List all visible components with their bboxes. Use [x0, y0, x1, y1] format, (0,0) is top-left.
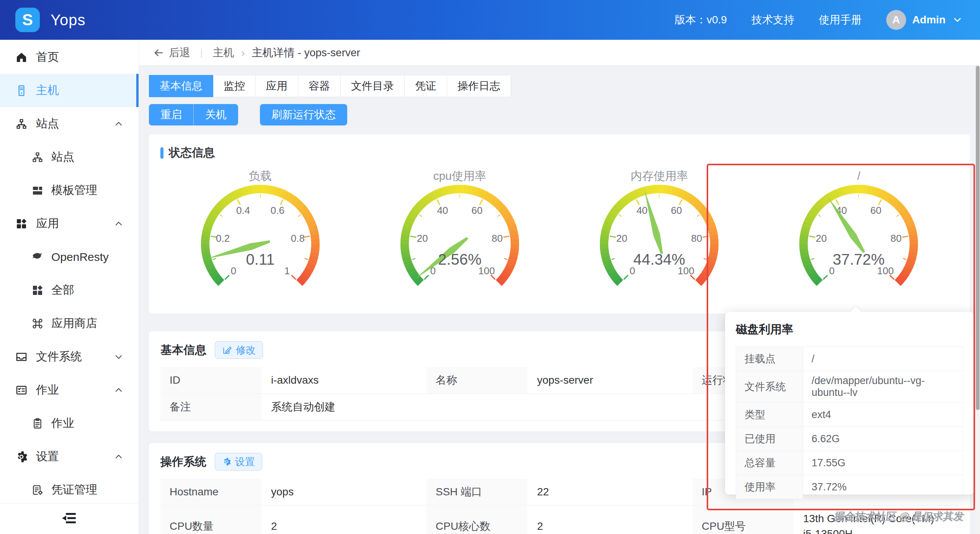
sidebar-item-settings[interactable]: 设置 [0, 440, 139, 473]
disk-popover-value: 37.72% [803, 475, 963, 499]
disk-popover-title: 磁盘利用率 [736, 322, 963, 337]
gauge-0: 负载00.20.40.60.810.11 [160, 168, 360, 288]
svg-text:80: 80 [691, 233, 702, 244]
page-scrollbar[interactable] [975, 66, 980, 534]
desc-value: i-axldvaxs [262, 367, 426, 393]
apps-icon [15, 217, 28, 231]
gauge-3: /02040608010037.72% [759, 168, 959, 288]
chevron-up-icon [113, 218, 124, 229]
gauge-chart-0[interactable]: 00.20.40.60.810.11 [197, 184, 323, 288]
disk-popover-label: 总容量 [736, 451, 803, 475]
tab-container[interactable]: 容器 [298, 75, 341, 97]
svg-text:0.4: 0.4 [236, 205, 250, 216]
gauge-title: 内存使用率 [630, 168, 688, 184]
disk-popover-row: 挂载点/ [736, 347, 963, 371]
svg-text:80: 80 [492, 233, 503, 244]
gauge-chart-1[interactable]: 0204060801002.56% [397, 184, 523, 288]
sidebar-item-templates[interactable]: 模板管理 [0, 174, 139, 207]
tab-credential[interactable]: 凭证 [404, 75, 447, 97]
sidebar-item-sites-group[interactable]: 站点 [0, 107, 139, 140]
support-link[interactable]: 技术支持 [751, 13, 794, 27]
disk-popover-label: 已使用 [736, 427, 803, 451]
sidebar-item-apps-all[interactable]: 全部 [0, 274, 139, 307]
back-button[interactable]: 后退 [153, 46, 190, 60]
svg-text:40: 40 [637, 205, 648, 216]
os-title: 操作系统 [160, 454, 206, 470]
desc-label: Hostname [160, 479, 262, 505]
os-settings-button[interactable]: 设置 [215, 453, 262, 471]
sidebar-item-label: 作业 [51, 415, 74, 431]
tab-basic-info[interactable]: 基本信息 [149, 75, 213, 97]
gauge-title: / [857, 168, 860, 184]
gauge-title: 负载 [249, 168, 272, 184]
sidebar-item-apps-group[interactable]: 应用 [0, 207, 139, 240]
scrollbar-thumb[interactable] [976, 66, 980, 410]
apps-icon [31, 284, 44, 296]
filesystem-icon [15, 350, 28, 364]
os-settings-label: 设置 [235, 455, 255, 469]
desc-label: CPU型号 [693, 506, 794, 534]
status-card: 状态信息 负载00.20.40.60.810.11cpu使用率020406080… [149, 134, 970, 314]
svg-text:0.6: 0.6 [270, 205, 284, 216]
sidebar-item-jobs-group[interactable]: 作业 [0, 373, 139, 407]
sidebar-item-label: 凭证管理 [51, 482, 97, 498]
sidebar-item-label: 设置 [36, 449, 59, 464]
disk-popover-label: 文件系统 [736, 371, 803, 402]
sidebar-item-label: 站点 [51, 149, 74, 165]
chevron-up-icon [113, 385, 124, 396]
yops-logo-icon: S [15, 8, 40, 32]
breadcrumb-item-host[interactable]: 主机 [213, 46, 234, 60]
refresh-status-button[interactable]: 刷新运行状态 [260, 104, 347, 125]
desc-value: 13th Gen Intel(R) Core(TM) i5-13500H [794, 506, 958, 534]
gear-icon [222, 457, 231, 466]
sidebar-item-app-store[interactable]: 应用商店 [0, 307, 139, 340]
sidebar-item-openresty[interactable]: OpenResty [0, 240, 139, 274]
sidebar-item-label: 应用商店 [51, 316, 97, 331]
desc-value: 22 [528, 479, 693, 505]
svg-text:0.2: 0.2 [216, 233, 230, 244]
top-header: S Yops 版本：v0.9 技术支持 使用手册 A Admin [0, 0, 980, 40]
edit-icon [222, 345, 232, 355]
disk-popover-row: 使用率37.72% [736, 475, 963, 499]
svg-text:20: 20 [816, 233, 827, 244]
sidebar-item-sites[interactable]: 站点 [0, 140, 139, 174]
sidebar-item-jobs[interactable]: 作业 [0, 407, 139, 440]
user-menu[interactable]: A Admin [886, 10, 963, 30]
edit-button-label: 修改 [236, 344, 256, 357]
restart-button[interactable]: 重启 [149, 104, 193, 125]
version-label: 版本：v0.9 [675, 13, 727, 27]
sidebar-item-home[interactable]: 首页 [0, 41, 139, 74]
desc-label: CPU数量 [160, 506, 262, 534]
desc-value: 2 [262, 506, 426, 534]
edit-button[interactable]: 修改 [215, 341, 263, 359]
sidebar-item-label: 作业 [36, 382, 59, 398]
brand: S Yops [15, 8, 86, 32]
svg-text:0.11: 0.11 [246, 251, 274, 268]
sidebar-item-label: 文件系统 [36, 349, 82, 365]
svg-text:2.56%: 2.56% [438, 251, 481, 268]
manual-link[interactable]: 使用手册 [819, 13, 862, 27]
chevron-down-icon [113, 352, 124, 362]
sidebar-menu: 首页主机站点站点模板管理应用OpenResty全部应用商店文件系统作业作业设置凭… [0, 40, 139, 506]
shutdown-button[interactable]: 关机 [193, 104, 238, 125]
breadcrumb-divider: | [200, 47, 203, 59]
sidebar-item-credentials[interactable]: 凭证管理 [0, 473, 139, 506]
status-card-title: 状态信息 [169, 145, 215, 161]
gauge-chart-3[interactable]: 02040608010037.72% [795, 184, 922, 288]
sidebar-item-filesystem[interactable]: 文件系统 [0, 340, 139, 373]
tab-operation-log[interactable]: 操作日志 [447, 75, 511, 97]
gauge-title: cpu使用率 [433, 168, 486, 184]
collapse-sidebar-button[interactable] [0, 503, 139, 534]
gauge-chart-2[interactable]: 02040608010044.34% [596, 184, 722, 288]
svg-text:80: 80 [891, 233, 902, 244]
sidebar-item-host[interactable]: 主机 [0, 74, 139, 107]
tab-application[interactable]: 应用 [255, 75, 298, 97]
username: Admin [912, 14, 946, 26]
tab-file-directory[interactable]: 文件目录 [340, 75, 405, 97]
gauge-1: cpu使用率0204060801002.56% [360, 168, 559, 288]
credential-icon [31, 484, 44, 496]
disk-popover-value: /dev/mapper/ubuntu--vg-ubuntu--lv [803, 371, 963, 402]
desc-label: 备注 [160, 394, 262, 420]
chevron-up-icon [113, 119, 124, 129]
tab-monitor[interactable]: 监控 [213, 75, 256, 97]
